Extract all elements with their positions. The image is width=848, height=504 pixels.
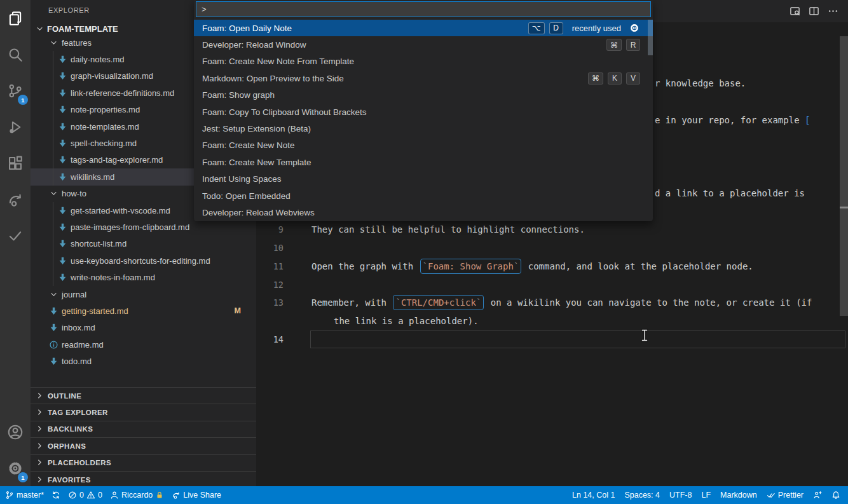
readme-info-icon xyxy=(48,339,58,350)
sidebar-section-backlinks[interactable]: BACKLINKS xyxy=(31,421,256,437)
status-live-share[interactable]: Live Share xyxy=(172,491,221,500)
status-problems[interactable]: 00 xyxy=(68,491,102,500)
command-item-todo-open-embedded[interactable]: Todo: Open Embedded xyxy=(194,187,653,204)
tree-item-write-notes-in-foam-md[interactable]: write-notes-in-foam.md xyxy=(31,269,256,285)
command-item-foam-create-new-note-from-template[interactable]: Foam: Create New Note From Template xyxy=(194,53,653,70)
chevron-right-icon xyxy=(35,391,45,401)
indent-guide xyxy=(53,236,53,252)
command-label: Markdown: Open Preview to the Side xyxy=(202,74,584,83)
status-live-share-user[interactable]: Riccardo xyxy=(110,491,164,500)
command-item-developer-reload-webviews[interactable]: Developer: Reload Webviews xyxy=(194,204,653,221)
command-label: Todo: Open Embedded xyxy=(202,191,640,201)
status-sync[interactable] xyxy=(51,491,60,500)
command-item-foam-create-new-note[interactable]: Foam: Create New Note xyxy=(194,137,653,154)
chevron-right-icon xyxy=(35,441,45,451)
command-item-jest-setup-extension-beta[interactable]: Jest: Setup Extension (Beta) xyxy=(194,120,653,137)
chevron-down-icon xyxy=(48,189,58,199)
activity-settings-button[interactable]: 1 xyxy=(0,450,31,486)
status-text: 0 xyxy=(98,491,102,500)
code-line[interactable]: 13Remember, with `CTRL/CMD+click` on a w… xyxy=(256,293,848,311)
tree-item-label: readme.md xyxy=(62,340,104,350)
status-cursor-position[interactable]: Ln 14, Col 1 xyxy=(572,491,615,500)
tree-item-readme-md[interactable]: readme.md xyxy=(31,336,256,353)
person-icon xyxy=(110,491,119,500)
line-content xyxy=(310,330,845,348)
keybinding-chip: D xyxy=(549,22,563,34)
sidebar-section-tag-explorer[interactable]: TAG EXPLORER xyxy=(31,404,256,420)
status-git-branch[interactable]: master* xyxy=(5,491,44,500)
split-editor-button[interactable] xyxy=(807,5,820,18)
vscode-window: 1 1 EXPLORER FOAM-TEMPLATE featuresdaily… xyxy=(0,0,848,504)
code-line[interactable]: 10 xyxy=(256,238,848,257)
tree-item-todo-md[interactable]: todo.md xyxy=(31,353,256,369)
code-line[interactable]: 14 xyxy=(256,330,848,348)
indent-guide xyxy=(53,102,53,118)
indent-guide xyxy=(53,135,53,151)
status-feedback[interactable] xyxy=(813,491,822,500)
tree-item-label: shortcut-list.md xyxy=(71,239,127,249)
tree-item-getting-started-md[interactable]: getting-started.mdM xyxy=(31,303,256,319)
sidebar-section-outline[interactable]: OUTLINE xyxy=(31,387,256,404)
activity-explorer-button[interactable] xyxy=(0,0,31,36)
open-preview-button[interactable] xyxy=(788,5,801,18)
activity-account-button[interactable] xyxy=(0,414,31,450)
activity-test-check-button[interactable] xyxy=(0,217,31,254)
activity-run-debug-button[interactable] xyxy=(0,109,31,145)
sidebar-section-favorites[interactable]: FAVORITES xyxy=(31,471,256,487)
palette-scrollbar[interactable] xyxy=(648,20,653,55)
keybinding-chip: R xyxy=(626,39,640,51)
command-item-indent-using-spaces[interactable]: Indent Using Spaces xyxy=(194,171,653,187)
status-eol[interactable]: LF xyxy=(701,491,711,500)
tree-item-inbox-md[interactable]: inbox.md xyxy=(31,320,256,336)
command-item-developer-reload-window[interactable]: Developer: Reload Window⌘R xyxy=(194,36,653,53)
editor-scrollbar[interactable] xyxy=(840,36,848,316)
activity-live-share-button[interactable] xyxy=(0,181,31,217)
more-actions-button[interactable] xyxy=(826,5,839,18)
activity-extensions-button[interactable] xyxy=(0,145,31,181)
markdown-file-icon xyxy=(57,255,67,266)
configure-keybinding-button[interactable] xyxy=(629,22,640,34)
sidebar-section-placeholders[interactable]: PLACEHOLDERS xyxy=(31,454,256,471)
activity-search-button[interactable] xyxy=(0,36,31,72)
command-item-foam-open-daily-note[interactable]: Foam: Open Daily Note⌥Drecently used xyxy=(194,20,653,36)
status-language-mode[interactable]: Markdown xyxy=(720,491,757,500)
tree-item-paste-images-from-clipboard-md[interactable]: paste-images-from-clipboard.md xyxy=(31,219,256,235)
markdown-file-icon xyxy=(57,88,67,98)
git-modified-badge: M xyxy=(235,306,241,315)
command-label: Foam: Create New Note From Template xyxy=(202,57,640,66)
section-label: OUTLINE xyxy=(48,392,81,400)
code-line[interactable]: the link is a placeholder). xyxy=(256,311,848,330)
command-label: Foam: Show graph xyxy=(202,90,640,100)
command-item-foam-show-graph[interactable]: Foam: Show graph xyxy=(194,87,653,104)
open-preview-icon xyxy=(790,6,800,17)
activity-source-control-button[interactable]: 1 xyxy=(0,72,31,109)
fragment-text: e in your repo, for example xyxy=(655,115,805,125)
command-item-foam-create-new-template[interactable]: Foam: Create New Template xyxy=(194,154,653,170)
markdown-file-icon xyxy=(57,121,67,132)
status-encoding[interactable]: UTF-8 xyxy=(669,491,692,500)
indent-guide xyxy=(53,118,53,135)
command-item-foam-copy-to-clipboard-without-brackets[interactable]: Foam: Copy To Clipboard Without Brackets xyxy=(194,104,653,120)
code-line[interactable]: 9They can still be helpful to highlight … xyxy=(256,220,848,238)
tree-item-shortcut-list-md[interactable]: shortcut-list.md xyxy=(31,236,256,252)
command-item-markdown-open-preview-to-the-side[interactable]: Markdown: Open Preview to the Side⌘KV xyxy=(194,70,653,86)
lock-icon xyxy=(155,491,164,500)
status-text: Markdown xyxy=(720,491,757,500)
command-palette-input[interactable] xyxy=(196,1,651,17)
branch-icon xyxy=(5,491,14,500)
backtick: ` xyxy=(395,297,400,308)
indent-guide xyxy=(53,68,53,85)
tree-item-use-keyboard-shortcuts-for-editing-md[interactable]: use-keyboard-shortcuts-for-editing.md xyxy=(31,252,256,269)
tree-item-journal[interactable]: journal xyxy=(31,286,256,303)
sidebar-section-orphans[interactable]: ORPHANS xyxy=(31,437,256,454)
status-prettier[interactable]: Prettier xyxy=(767,491,804,500)
inline-code-span: `CTRL/CMD+click` xyxy=(393,295,484,310)
run-debug-icon xyxy=(7,119,24,135)
status-notifications[interactable] xyxy=(831,491,840,500)
code-line[interactable]: 12 xyxy=(256,275,848,294)
code-line[interactable]: 11Open the graph with `Foam: Show Graph`… xyxy=(256,257,848,275)
tree-root-label: FOAM-TEMPLATE xyxy=(47,24,118,34)
status-text: 0 xyxy=(79,491,84,500)
status-indentation[interactable]: Spaces: 4 xyxy=(624,491,660,500)
markdown-file-icon xyxy=(57,71,67,81)
